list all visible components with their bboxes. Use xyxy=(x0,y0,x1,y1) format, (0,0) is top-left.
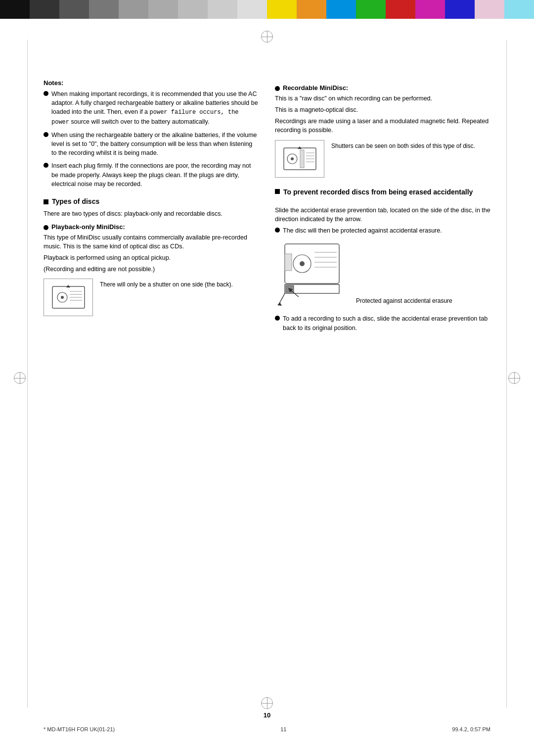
erase-protection-illustration: Protected against accidental erasure xyxy=(275,240,490,309)
bullet-2 xyxy=(44,132,48,137)
swatch-9 xyxy=(237,0,267,19)
swatch-8 xyxy=(208,0,237,19)
svg-rect-12 xyxy=(300,150,304,168)
playback-only-text2: Playback is performed using an optical p… xyxy=(44,253,259,262)
prevent-bullet-dot xyxy=(275,228,280,233)
color-bar-right xyxy=(267,0,534,19)
erase-disc-area xyxy=(275,240,349,309)
page: Notes: When making important recordings,… xyxy=(0,0,534,756)
page-number: 10 xyxy=(264,711,270,719)
prevent-erasure-heading-wrap: To prevent recorded discs from being era… xyxy=(275,188,490,201)
swatch-4 xyxy=(89,0,119,19)
bullet-3 xyxy=(44,163,48,168)
playback-disc-box xyxy=(44,279,93,316)
swatch-yellow xyxy=(267,0,297,19)
side-line-right xyxy=(506,40,507,708)
playback-only-label: Playback-only MiniDisc: xyxy=(51,223,125,231)
playback-dot-icon xyxy=(44,225,48,230)
svg-rect-20 xyxy=(285,254,292,271)
prevent-square-icon xyxy=(275,189,280,194)
erase-disc-svg xyxy=(275,240,349,309)
prevent-bullet-list-2: To add a recording to such a disc, slide… xyxy=(275,314,490,332)
swatch-red xyxy=(386,0,415,19)
swatch-orange xyxy=(297,0,326,19)
playback-only-text3: (Recording and editing are not possible.… xyxy=(44,265,259,274)
footer-center: 11 xyxy=(280,726,286,732)
note-text-1: When making important recordings, it is … xyxy=(51,90,259,127)
swatch-3 xyxy=(59,0,89,19)
footer: * MD-MT16H FOR UK(01-21) 11 99.4.2, 0:57… xyxy=(44,726,490,732)
prevent-bullet-1: The disc will then be protected against … xyxy=(275,226,490,235)
swatch-cyan xyxy=(504,0,534,19)
prevent-bullet-list: The disc will then be protected against … xyxy=(275,226,490,235)
two-column-layout: Notes: When making important recordings,… xyxy=(44,79,490,336)
recordable-disc-svg xyxy=(281,144,318,174)
types-of-discs-label: Types of discs xyxy=(52,197,99,205)
recordable-text2: This is a magneto-optical disc. xyxy=(275,105,490,114)
swatch-magenta xyxy=(415,0,445,19)
recordable-dot-icon xyxy=(275,86,280,91)
note-item-2: When using the rechargeable battery or t… xyxy=(44,131,259,157)
recordable-disc-box xyxy=(275,140,324,178)
reg-mark-bottom xyxy=(261,697,273,709)
footer-left: * MD-MT16H FOR UK(01-21) xyxy=(44,726,115,732)
playback-disc-svg xyxy=(50,283,87,312)
playback-only-text1: This type of MiniDisc usually contains c… xyxy=(44,233,259,251)
section-square-icon xyxy=(44,199,48,204)
swatch-6 xyxy=(148,0,178,19)
swatch-5 xyxy=(119,0,148,19)
note-item-1: When making important recordings, it is … xyxy=(44,90,259,127)
reg-mark-left xyxy=(14,372,26,384)
note-item-3: Insert each plug firmly. If the connecti… xyxy=(44,161,259,188)
recordable-text1: This is a "raw disc" on which recording … xyxy=(275,94,490,103)
note-text-3: Insert each plug firmly. If the connecti… xyxy=(51,161,259,188)
svg-point-3 xyxy=(61,296,64,299)
recordable-text3: Recordings are made using a laser and a … xyxy=(275,117,490,135)
swatch-2 xyxy=(30,0,59,19)
swatch-7 xyxy=(178,0,208,19)
recordable-heading: Recordable MiniDisc: xyxy=(275,84,490,92)
prevent-bullet-2: To add a recording to such a disc, slide… xyxy=(275,314,490,332)
prevent-bullet-dot-2 xyxy=(275,316,280,321)
playback-disc-illustration: There will only be a shutter on one side… xyxy=(44,279,259,316)
types-of-discs-heading: Types of discs xyxy=(44,197,259,205)
prevent-bullet-text2: To add a recording to such a disc, slide… xyxy=(283,314,490,332)
playback-shutter-note: There will only be a shutter on one side… xyxy=(100,281,233,289)
prevent-heading-label: To prevent recorded discs from being era… xyxy=(283,188,473,196)
color-bars xyxy=(0,0,534,19)
prevent-bullet-text1: The disc will then be protected against … xyxy=(283,226,442,235)
types-of-discs-intro: There are two types of discs: playback-o… xyxy=(44,209,259,218)
recordable-label: Recordable MiniDisc: xyxy=(283,84,348,92)
footer-right: 99.4.2, 0:57 PM xyxy=(452,726,490,732)
swatch-blue xyxy=(326,0,356,19)
recordable-shutter-note: Shutters can be seen on both sides of th… xyxy=(331,142,475,150)
swatch-green xyxy=(356,0,386,19)
side-line-left xyxy=(27,40,28,708)
col-right: Recordable MiniDisc: This is a "raw disc… xyxy=(275,79,490,336)
notes-section: Notes: When making important recordings,… xyxy=(44,79,259,189)
note-text-2: When using the rechargeable battery or t… xyxy=(51,131,259,157)
notes-heading: Notes: xyxy=(44,79,259,87)
playback-only-heading: Playback-only MiniDisc: xyxy=(44,223,259,231)
reg-mark-top xyxy=(261,31,273,43)
content-area: Notes: When making important recordings,… xyxy=(44,79,490,697)
reg-mark-right xyxy=(508,372,520,384)
svg-point-11 xyxy=(291,157,294,160)
swatch-indigo xyxy=(445,0,475,19)
notes-list: When making important recordings, it is … xyxy=(44,90,259,189)
bullet-1 xyxy=(44,91,48,96)
recordable-disc-illustration: Shutters can be seen on both sides of th… xyxy=(275,140,490,178)
prevent-erasure-section: To prevent recorded discs from being era… xyxy=(275,188,490,332)
prevent-text1: Slide the accidental erase prevention ta… xyxy=(275,206,490,224)
swatch-pink xyxy=(475,0,504,19)
swatch-1 xyxy=(0,0,30,19)
col-left: Notes: When making important recordings,… xyxy=(44,79,259,336)
color-bar-left xyxy=(0,0,267,19)
svg-marker-29 xyxy=(277,302,282,306)
protected-label: Protected against accidental erasure xyxy=(356,297,452,305)
mono-text: power failure occurs, the power xyxy=(51,109,239,125)
svg-point-19 xyxy=(300,261,305,266)
prevent-erasure-heading: To prevent recorded discs from being era… xyxy=(283,188,473,197)
